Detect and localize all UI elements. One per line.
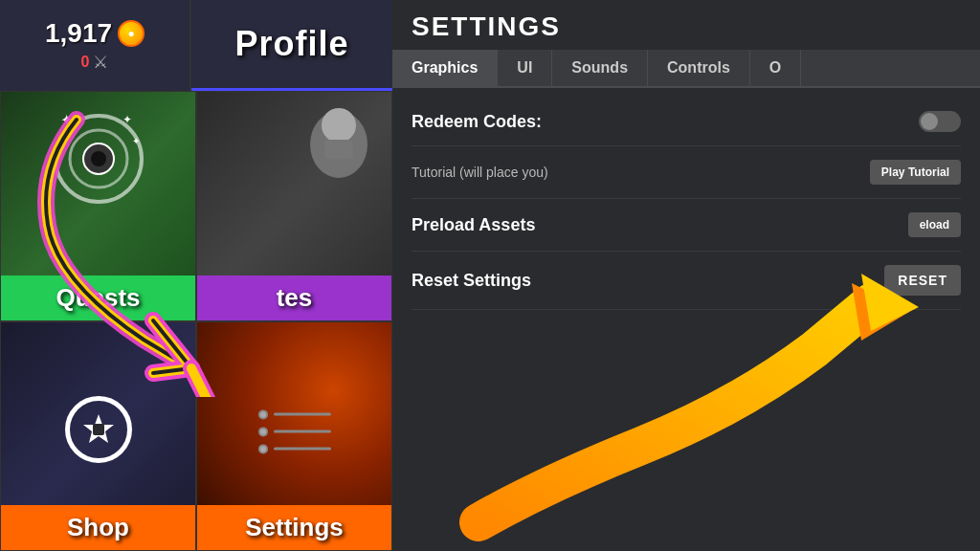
updates-overlay: tes: [197, 276, 391, 320]
zero-row: 0 ⚔: [81, 52, 109, 73]
left-panel: 1,917 ● 0 ⚔ Profile ✦: [0, 0, 392, 551]
robux-outer: [65, 396, 132, 463]
tab-graphics[interactable]: Graphics: [392, 50, 498, 86]
preload-button[interactable]: eload: [908, 212, 961, 237]
settings-content: Redeem Codes: Tutorial (will place you) …: [392, 88, 980, 551]
settings-menu-overlay: Settings: [197, 505, 391, 550]
svg-text:✦: ✦: [132, 136, 140, 146]
svg-point-8: [322, 108, 356, 143]
menu-grid: ✦ ✦ ✦ Quests tes: [0, 91, 392, 551]
tutorial-label: Tutorial (will place you): [412, 165, 548, 180]
coin-icon: ●: [118, 20, 145, 47]
currency-row: 1,917 ●: [45, 18, 145, 49]
quests-spiral: ✦ ✦ ✦: [41, 106, 156, 211]
robux-icon: [65, 396, 132, 463]
settings-panel: SETTINGS Graphics UI Sounds Controls O R…: [392, 0, 980, 551]
tutorial-row: Tutorial (will place you) Play Tutorial: [412, 146, 961, 199]
sliders-icon: [258, 409, 331, 453]
tab-sounds[interactable]: Sounds: [552, 50, 648, 86]
updates-cell[interactable]: tes: [196, 91, 392, 321]
shop-cell[interactable]: Shop: [0, 321, 196, 552]
tab-controls[interactable]: Controls: [648, 50, 750, 86]
reset-settings-label: Reset Settings: [412, 271, 531, 291]
preload-assets-label: Preload Assets: [412, 215, 535, 235]
slider-circle-1: [258, 409, 268, 419]
tab-ui[interactable]: UI: [498, 50, 552, 86]
settings-title: SETTINGS: [412, 11, 561, 41]
redeem-codes-label: Redeem Codes:: [412, 112, 542, 132]
svg-point-3: [91, 151, 106, 166]
redeem-codes-row: Redeem Codes:: [412, 98, 961, 146]
redeem-codes-toggle[interactable]: [919, 111, 961, 132]
svg-text:✦: ✦: [60, 112, 73, 128]
svg-rect-9: [324, 140, 353, 159]
toggle-knob: [921, 113, 938, 130]
svg-text:✦: ✦: [122, 113, 132, 126]
settings-header: SETTINGS: [392, 0, 980, 50]
slider-line-3: [274, 448, 331, 451]
play-tutorial-button[interactable]: Play Tutorial: [870, 160, 961, 185]
sword-icon: ⚔: [93, 52, 108, 73]
profile-label: Profile: [234, 24, 348, 64]
shop-overlay: Shop: [1, 505, 195, 550]
coin-count: 1,917: [45, 18, 112, 49]
slider-line-1: [274, 413, 331, 416]
slider-row-3: [258, 444, 331, 453]
currency-box: 1,917 ● 0 ⚔: [0, 0, 191, 91]
slider-line-2: [274, 430, 331, 433]
settings-label: Settings: [245, 513, 344, 542]
quests-overlay: Quests: [1, 276, 195, 320]
slider-row-1: [258, 409, 331, 419]
slider-circle-3: [258, 444, 268, 453]
top-bar: 1,917 ● 0 ⚔ Profile: [0, 0, 392, 91]
shop-label: Shop: [67, 513, 129, 542]
profile-tab[interactable]: Profile: [191, 0, 392, 91]
reset-settings-row: Reset Settings RESET: [412, 252, 961, 310]
quests-label: Quests: [56, 283, 140, 313]
svg-rect-10: [93, 424, 104, 435]
zero-count: 0: [81, 54, 90, 71]
tab-other[interactable]: O: [750, 50, 801, 86]
slider-circle-2: [258, 427, 268, 436]
settings-cell[interactable]: Settings: [196, 321, 392, 552]
updates-label: tes: [277, 283, 313, 313]
preload-assets-row: Preload Assets eload: [412, 199, 961, 252]
quests-cell[interactable]: ✦ ✦ ✦ Quests: [0, 91, 196, 321]
settings-tabs: Graphics UI Sounds Controls O: [392, 50, 980, 88]
slider-row-2: [258, 427, 331, 436]
reset-button[interactable]: RESET: [884, 265, 961, 296]
